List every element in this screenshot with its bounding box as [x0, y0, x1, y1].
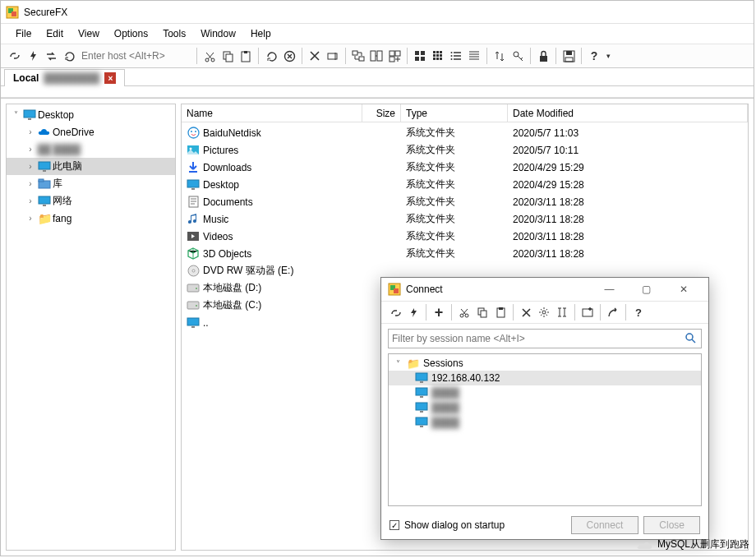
session-item[interactable]: ████: [389, 415, 701, 430]
connect-copy-icon[interactable]: [473, 303, 491, 321]
chevron-icon[interactable]: ˅: [10, 110, 21, 119]
dropdown-icon[interactable]: ▾: [603, 47, 613, 65]
mirror-icon[interactable]: [367, 47, 385, 65]
file-row[interactable]: 3D Objects系统文件夹2020/3/11 18:28: [182, 245, 748, 262]
tree-item[interactable]: ›OneDrive: [7, 123, 175, 141]
session-tree[interactable]: ˅ 📁 Sessions 192.168.40.132 ████ ████ ██…: [388, 353, 702, 506]
file-row[interactable]: Music系统文件夹2020/3/11 18:28: [182, 210, 748, 228]
maximize-icon[interactable]: ▢: [628, 279, 665, 300]
connect-icon[interactable]: [6, 47, 24, 65]
quick-connect-icon[interactable]: [24, 47, 42, 65]
tree-item[interactable]: ›网络: [7, 192, 175, 210]
tree-label: 网络: [53, 194, 72, 208]
file-row[interactable]: Documents系统文件夹2020/3/11 18:28: [182, 193, 748, 210]
chevron-icon[interactable]: ›: [25, 196, 36, 205]
session-item[interactable]: ████: [389, 385, 701, 400]
toolbar-separator: [625, 304, 626, 321]
chevron-icon[interactable]: ›: [25, 214, 36, 223]
view-small-icon[interactable]: [429, 47, 447, 65]
view-large-icon[interactable]: [411, 47, 429, 65]
connect-quick-icon[interactable]: [404, 303, 422, 321]
chevron-icon[interactable]: ›: [25, 179, 36, 188]
connect-delete-icon[interactable]: [517, 303, 535, 321]
session-item-selected[interactable]: 192.168.40.132: [389, 371, 701, 385]
tree-label: fang: [53, 213, 71, 224]
file-row[interactable]: BaiduNetdisk系统文件夹2020/5/7 11:03: [182, 124, 748, 141]
connect-help-icon[interactable]: ?: [629, 303, 648, 321]
stop-icon[interactable]: [280, 47, 298, 65]
cut-icon[interactable]: [201, 47, 219, 65]
reconnect-icon[interactable]: [42, 47, 60, 65]
col-type[interactable]: Type: [401, 104, 508, 122]
col-size[interactable]: Size: [362, 104, 401, 122]
menu-tools[interactable]: Tools: [156, 26, 192, 41]
filter-input[interactable]: [392, 333, 685, 344]
rename-icon[interactable]: [324, 47, 342, 65]
svg-point-74: [542, 311, 546, 314]
view-details-icon[interactable]: [465, 47, 483, 65]
lock-icon[interactable]: [534, 47, 552, 65]
show-on-startup-checkbox[interactable]: ✓: [390, 520, 399, 530]
doc-icon: [187, 196, 200, 209]
new-session-icon[interactable]: +: [430, 303, 448, 321]
close-button[interactable]: Close: [643, 516, 700, 534]
connect-button[interactable]: Connect: [571, 516, 639, 534]
chevron-icon[interactable]: ›: [25, 145, 36, 154]
paste-icon[interactable]: [237, 47, 255, 65]
svg-rect-78: [420, 381, 423, 383]
connect-paste-icon[interactable]: [491, 303, 509, 321]
connect-link-icon[interactable]: [386, 303, 404, 321]
tab-close-icon[interactable]: ×: [104, 72, 116, 84]
connect-shortcut-icon[interactable]: [604, 303, 622, 321]
view-list-icon[interactable]: [447, 47, 465, 65]
tree-item[interactable]: ›██████: [7, 141, 175, 158]
connect-find-icon[interactable]: [553, 303, 571, 321]
sessions-root[interactable]: ˅ 📁 Sessions: [389, 356, 701, 371]
transfer-icon[interactable]: [491, 47, 509, 65]
menu-file[interactable]: File: [9, 26, 38, 41]
file-row[interactable]: Videos系统文件夹2020/3/11 18:28: [182, 228, 748, 245]
tree-item[interactable]: ›此电脑: [7, 158, 175, 175]
host-input[interactable]: [78, 48, 193, 63]
svg-rect-64: [191, 326, 195, 328]
search-icon[interactable]: [685, 332, 698, 345]
reconnect-all-icon[interactable]: [60, 47, 78, 65]
key-icon[interactable]: [509, 47, 527, 65]
svg-rect-22: [433, 51, 436, 53]
chevron-down-icon[interactable]: ˅: [392, 359, 403, 368]
svg-rect-40: [28, 118, 31, 120]
chevron-icon[interactable]: ›: [25, 162, 36, 171]
copy-icon[interactable]: [219, 47, 237, 65]
connect-newfolder-icon[interactable]: [579, 303, 597, 321]
file-row[interactable]: Desktop系统文件夹2020/4/29 15:28: [182, 176, 748, 193]
session-item[interactable]: ████: [389, 400, 701, 415]
menu-window[interactable]: Window: [194, 26, 242, 41]
file-row[interactable]: Downloads系统文件夹2020/4/29 15:29: [182, 159, 748, 176]
tree-item[interactable]: ˅Desktop: [7, 106, 175, 123]
tree-item[interactable]: ›库: [7, 175, 175, 192]
minimize-icon[interactable]: —: [591, 279, 628, 300]
menu-options[interactable]: Options: [108, 26, 154, 41]
cloud-icon: [38, 126, 51, 139]
close-icon[interactable]: ✕: [665, 279, 702, 300]
menu-help[interactable]: Help: [244, 26, 278, 41]
file-row[interactable]: Pictures系统文件夹2020/5/7 10:11: [182, 141, 748, 159]
monitor-icon: [23, 108, 36, 122]
col-date[interactable]: Date Modified: [508, 104, 748, 122]
tree-item[interactable]: ›📁fang: [7, 210, 175, 227]
queue-icon[interactable]: [385, 47, 403, 65]
connect-properties-icon[interactable]: [535, 303, 553, 321]
menu-edit[interactable]: Edit: [39, 26, 70, 41]
folder-tree[interactable]: ˅Desktop›OneDrive›██████›此电脑›库›网络›📁fang: [6, 104, 176, 551]
col-name[interactable]: Name: [182, 104, 362, 122]
sync-icon[interactable]: [349, 47, 367, 65]
help-icon[interactable]: ?: [585, 47, 603, 65]
tab-local[interactable]: Local ████████ ×: [4, 69, 125, 86]
delete-icon[interactable]: [306, 47, 324, 65]
chevron-icon[interactable]: ›: [25, 127, 36, 136]
menu-view[interactable]: View: [71, 26, 106, 41]
refresh-icon[interactable]: [262, 47, 280, 65]
tabstrip: Local ████████ ×: [1, 68, 754, 86]
save-icon[interactable]: [560, 47, 578, 65]
connect-cut-icon[interactable]: [455, 303, 473, 321]
